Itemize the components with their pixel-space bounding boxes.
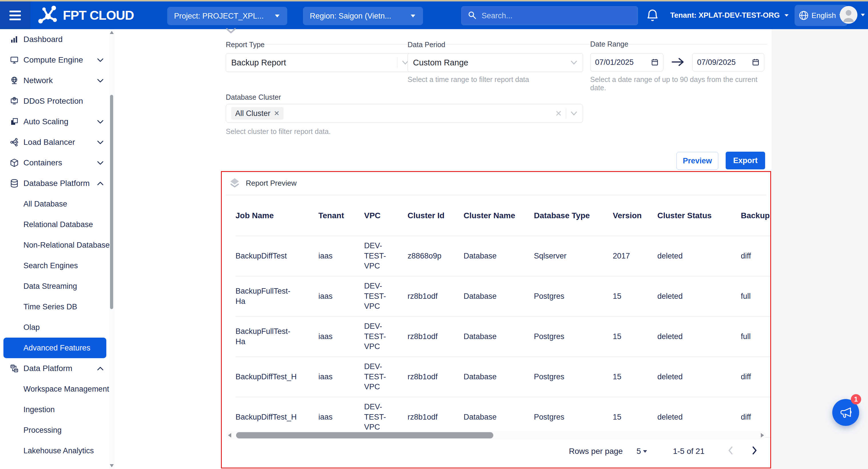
- clear-all-icon[interactable]: ✕: [555, 109, 562, 118]
- sidebar-item-label: Workspace Management: [24, 385, 109, 394]
- previous-page-button[interactable]: [727, 445, 734, 458]
- database-cluster-select[interactable]: All Cluster ✕ ✕: [226, 104, 583, 123]
- sidebar-item-workspace-management[interactable]: Workspace Management: [0, 379, 110, 399]
- calendar-icon: [752, 58, 760, 66]
- sidebar-item-search-engines[interactable]: Search Engines: [0, 255, 110, 276]
- report-type-value: Backup Report: [231, 58, 286, 67]
- tenant-selector[interactable]: Tenant: XPLAT-DEV-TEST-ORG: [670, 1, 789, 29]
- sidebar-item-data-platform[interactable]: Data Platform: [0, 358, 110, 379]
- sidebar-item-ingestion[interactable]: Ingestion: [0, 399, 110, 420]
- rows-per-page-select[interactable]: 5: [637, 447, 648, 456]
- export-button[interactable]: Export: [726, 152, 765, 169]
- layers-icon: [229, 177, 241, 189]
- table-cell: rz8b1odf: [408, 332, 464, 342]
- preview-button[interactable]: Preview: [677, 152, 718, 170]
- table-cell: diff: [741, 372, 770, 382]
- globe-icon: [798, 10, 809, 21]
- column-header: Cluster Name: [464, 211, 534, 220]
- scroll-right-arrow-icon[interactable]: [761, 433, 764, 438]
- table-cell: Postgres: [534, 291, 613, 302]
- global-search[interactable]: [461, 6, 638, 25]
- chip-remove-icon[interactable]: ✕: [274, 109, 280, 118]
- table-cell: z8868o9p: [408, 251, 464, 261]
- sidebar-item-label: All Database: [24, 200, 67, 208]
- hamburger-icon: [9, 10, 21, 20]
- scroll-down-arrow-icon[interactable]: [110, 464, 114, 467]
- table-cell: deleted: [657, 291, 741, 302]
- column-header: Database Type: [534, 211, 613, 220]
- chevron-down-icon: [97, 58, 104, 63]
- sidebar-item-processing[interactable]: Processing: [0, 420, 110, 440]
- sidebar-item-dashboard[interactable]: Dashboard: [0, 29, 110, 50]
- column-header: Backup Type: [741, 211, 770, 220]
- search-input[interactable]: [482, 11, 619, 20]
- sidebar-item-non-relational-database[interactable]: Non-Relational Database: [0, 235, 110, 255]
- notification-badge: 1: [851, 394, 861, 404]
- sidebar-item-label: Advanced Features: [24, 344, 90, 353]
- sidebar-item-label: Containers: [24, 158, 62, 167]
- table-cell: DEV-TEST-VPC: [364, 321, 408, 352]
- hamburger-menu-button[interactable]: [0, 1, 30, 29]
- horizontal-scrollbar[interactable]: [226, 431, 766, 439]
- date-end-input[interactable]: 07/09/2025: [692, 53, 764, 71]
- sidebar-item-advanced-features[interactable]: Advanced Features: [3, 338, 106, 358]
- sidebar-item-database-platform[interactable]: Database Platform: [0, 173, 110, 194]
- horizontal-scrollbar-thumb[interactable]: [236, 432, 493, 438]
- database-icon: [8, 178, 21, 188]
- sidebar-item-lakehouse-analytics[interactable]: Lakehouse Analytics: [0, 440, 110, 461]
- data-period-select[interactable]: Custom Range: [408, 53, 583, 72]
- sidebar-item-label: Database Platform: [24, 179, 90, 188]
- sidebar-item-all-database[interactable]: All Database: [0, 194, 110, 214]
- table-cell: Database: [464, 372, 534, 382]
- table-cell: 15: [613, 372, 657, 382]
- brand-logo[interactable]: FPT CLOUD: [37, 1, 134, 29]
- table-header-row: Job NameTenantVPCCluster IdCluster NameD…: [236, 195, 770, 236]
- sidebar-item-load-balancer[interactable]: Load Balancer: [0, 132, 110, 153]
- date-start-input[interactable]: 07/01/2025: [590, 53, 663, 71]
- chevron-up-icon: [97, 366, 104, 371]
- table-cell: Postgres: [534, 372, 613, 382]
- sidebar-item-olap[interactable]: Olap: [0, 317, 110, 338]
- table-cell: 15: [613, 332, 657, 342]
- table-cell: rz8b1odf: [408, 291, 464, 302]
- region-selector[interactable]: Region: Saigon (Vietn...: [303, 7, 423, 25]
- scroll-up-arrow-icon[interactable]: [110, 31, 114, 34]
- scroll-left-arrow-icon[interactable]: [228, 433, 231, 438]
- sidebar-item-ddos-protection[interactable]: DDoS Protection: [0, 91, 110, 111]
- megaphone-icon: [839, 406, 852, 419]
- table-cell: Sqlserver: [534, 251, 613, 261]
- table-cell: rz8b1odf: [408, 372, 464, 382]
- brand-name: FPT CLOUD: [63, 8, 134, 23]
- date-end-value: 07/09/2025: [697, 58, 736, 67]
- next-page-button[interactable]: [751, 445, 758, 458]
- sidebar-item-label: Olap: [24, 323, 40, 332]
- tenant-label: Tenant: XPLAT-DEV-TEST-ORG: [670, 11, 780, 20]
- table-row: BackupDiffTestiaasDEV-TEST-VPCz8868o9pDa…: [236, 236, 770, 276]
- sidebar-item-containers[interactable]: Containers: [0, 153, 110, 173]
- sidebar-item-time-series-db[interactable]: Time Series DB: [0, 297, 110, 317]
- sidebar-item-label: Data Platform: [24, 364, 72, 373]
- sidebar-item-relational-database[interactable]: Relational Database: [0, 214, 110, 235]
- column-header: Tenant: [318, 211, 364, 220]
- caret-down-icon: [274, 14, 280, 18]
- autoscaling-icon: [8, 117, 21, 127]
- sidebar-item-network[interactable]: Network: [0, 70, 110, 91]
- project-selector[interactable]: Project: PROJECT_XPL...: [167, 7, 287, 25]
- sidebar-item-compute-engine[interactable]: Compute Engine: [0, 50, 110, 70]
- sidebar-item-label: Auto Scaling: [24, 117, 68, 126]
- rows-per-page-value: 5: [637, 447, 641, 456]
- report-table: Job NameTenantVPCCluster IdCluster NameD…: [236, 195, 770, 438]
- report-type-select[interactable]: Backup Report: [226, 53, 414, 72]
- compute-icon: [8, 55, 21, 65]
- date-start-value: 07/01/2025: [595, 58, 633, 67]
- sidebar-item-auto-scaling[interactable]: Auto Scaling: [0, 111, 110, 132]
- report-preview-section: Report Preview Job NameTenantVPCCluster …: [221, 171, 771, 468]
- sidebar-scrollbar[interactable]: [110, 29, 114, 469]
- notifications-button[interactable]: [645, 8, 660, 23]
- sidebar-item-data-streaming[interactable]: Data Streaming: [0, 276, 110, 297]
- sidebar-item-label: Lakehouse Analytics: [24, 446, 94, 455]
- dashboard-icon: [8, 35, 21, 44]
- user-menu[interactable]: [840, 6, 865, 24]
- table-cell: BackupFullTest-Ha: [236, 327, 318, 347]
- sidebar-scrollbar-thumb[interactable]: [110, 95, 113, 309]
